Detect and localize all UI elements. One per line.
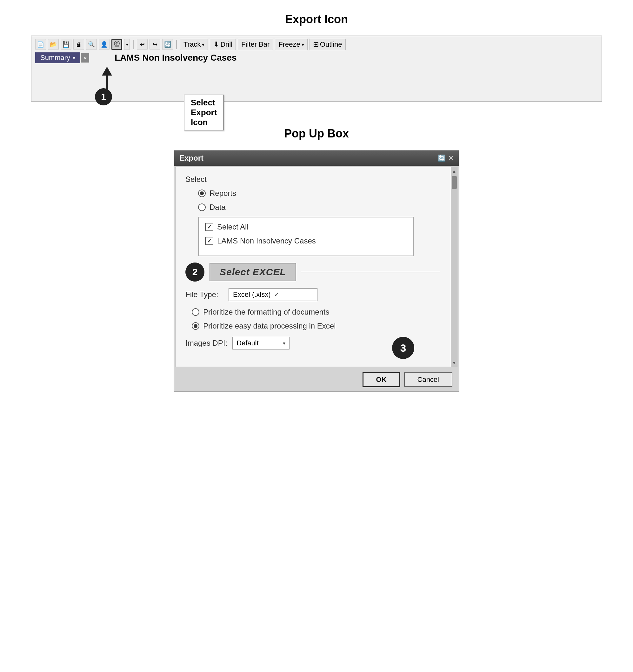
export-icon[interactable] (112, 39, 122, 50)
separator2 (176, 40, 177, 49)
section1-title: Export Icon (31, 13, 602, 26)
toolbar-row: 📄 📂 💾 🖨 🔍 👤 ▾ ↩ ↪ 🔄 (35, 39, 598, 50)
file-type-value: Excel (.xlsx) (233, 290, 272, 299)
dialog-title: Export (179, 154, 204, 163)
section2-title: Pop Up Box (31, 127, 602, 140)
outline-button[interactable]: ⊞ Outline (309, 39, 346, 50)
refresh-icon[interactable]: 🔄 (162, 39, 173, 50)
file-type-select[interactable]: Excel (.xlsx) ✓ (229, 288, 318, 301)
radio-easy-option[interactable]: Prioritize easy data processing in Excel (192, 321, 440, 331)
freeze-label: Freeze (278, 40, 300, 49)
new-file-icon[interactable]: 📄 (35, 39, 46, 50)
images-dpi-select[interactable]: Default ▾ (232, 337, 289, 350)
nav-row: Summary ▾ « LAMS Non Insolvency Cases (35, 52, 598, 64)
radio-format-circle[interactable] (192, 308, 200, 316)
export-icon-section: Export Icon 📄 📂 💾 🖨 🔍 👤 ▾ ↩ ↪ (31, 13, 602, 102)
outline-label: Outline (320, 40, 342, 49)
svg-rect-1 (115, 45, 119, 47)
radio-format-label: Prioritize the formatting of documents (203, 308, 329, 316)
images-dpi-label: Images DPI: (185, 339, 227, 347)
radio-reports-option[interactable]: Reports (198, 189, 440, 198)
separator1 (133, 40, 134, 49)
radio-reports-circle[interactable] (198, 190, 206, 197)
track-label: Track (184, 40, 201, 49)
toolbar-area: 📄 📂 💾 🖨 🔍 👤 ▾ ↩ ↪ 🔄 (31, 35, 602, 102)
close-dialog-icon[interactable]: ✕ (448, 154, 454, 162)
scrollbar-right[interactable]: ▲ ▼ (451, 167, 457, 367)
collapse-button[interactable]: « (81, 53, 89, 63)
export-dialog: Export 🔄 ✕ ▲ ▼ Select Reports (174, 150, 459, 392)
track-dropdown-icon: ▾ (202, 42, 205, 48)
dialog-titlebar-icons: 🔄 ✕ (438, 154, 454, 162)
checkbox-lams-label: LAMS Non Insolvency Cases (217, 237, 316, 245)
outline-icon: ⊞ (313, 40, 319, 49)
popup-section: Pop Up Box Export 🔄 ✕ ▲ ▼ Select (31, 127, 602, 392)
file-type-dropdown-icon: ✓ (274, 291, 313, 298)
ok-button[interactable]: OK (362, 372, 400, 387)
refresh-dialog-icon[interactable]: 🔄 (438, 154, 446, 162)
summary-chevron-icon: ▾ (73, 55, 75, 61)
arrow-up-icon (102, 67, 112, 75)
step2-annotation-row: 2 Select EXCEL (185, 263, 440, 282)
checkbox-select-all-item[interactable]: Select All (205, 222, 407, 232)
step1-callout: Select Export Icon (184, 95, 224, 130)
scroll-up-arrow-icon[interactable]: ▲ (452, 167, 456, 175)
radio-easy-label: Prioritize easy data processing in Excel (203, 321, 336, 331)
user-icon[interactable]: 👤 (99, 39, 110, 50)
step1-annotation (102, 67, 112, 91)
checkbox-lams-box[interactable] (205, 237, 213, 245)
dialog-footer: OK Cancel (174, 368, 459, 391)
track-button[interactable]: Track ▾ (180, 39, 208, 50)
filter-bar-label: Filter Bar (241, 40, 269, 49)
annotation-area: 1 Select Export Icon (35, 67, 598, 98)
step2-badge: 2 (185, 263, 205, 282)
divider-line (301, 272, 440, 272)
radio-easy-circle[interactable] (192, 322, 200, 330)
collapse-label: « (84, 55, 87, 61)
file-type-row: File Type: Excel (.xlsx) ✓ (185, 288, 440, 301)
checkbox-select-all-label: Select All (217, 222, 249, 232)
undo-icon[interactable]: ↩ (137, 39, 148, 50)
drill-icon: ⬇ (213, 40, 219, 49)
dropdown-arrow-icon[interactable]: ▾ (124, 39, 130, 50)
cancel-button[interactable]: Cancel (404, 373, 452, 387)
scroll-thumb[interactable] (452, 176, 457, 189)
file-type-label: File Type: (185, 290, 224, 299)
checkbox-lams-item[interactable]: LAMS Non Insolvency Cases (205, 237, 407, 245)
summary-label: Summary (40, 54, 70, 62)
drill-button[interactable]: ⬇ Drill (210, 39, 236, 50)
checkbox-select-all-box[interactable] (205, 223, 213, 231)
scroll-down-arrow-icon[interactable]: ▼ (452, 359, 456, 367)
step1-badge: 1 (95, 88, 112, 105)
freeze-button[interactable]: Freeze ▾ (275, 39, 307, 50)
radio-format-option[interactable]: Prioritize the formatting of documents (192, 308, 440, 316)
images-dpi-value: Default (236, 339, 259, 347)
select-label: Select (185, 175, 440, 184)
checkbox-list: Select All LAMS Non Insolvency Cases (198, 217, 414, 256)
print-icon[interactable]: 🖨 (73, 39, 84, 50)
freeze-dropdown-icon: ▾ (302, 42, 304, 48)
radio-data-circle[interactable] (198, 203, 206, 211)
radio-reports-label: Reports (210, 189, 236, 198)
excel-callout: Select EXCEL (210, 263, 296, 281)
dialog-body: ▲ ▼ Select Reports Data (175, 167, 458, 367)
save-icon[interactable]: 💾 (61, 39, 71, 50)
filter-bar-button[interactable]: Filter Bar (238, 39, 273, 50)
drill-label: Drill (220, 40, 232, 49)
dialog-titlebar: Export 🔄 ✕ (174, 150, 459, 166)
radio-data-label: Data (210, 203, 226, 212)
summary-button[interactable]: Summary ▾ (35, 52, 80, 63)
redo-icon[interactable]: ↪ (149, 39, 160, 50)
search-icon[interactable]: 🔍 (86, 39, 97, 50)
dpi-select-dropdown-icon: ▾ (283, 340, 285, 346)
open-icon[interactable]: 📂 (48, 39, 59, 50)
radio-data-option[interactable]: Data (198, 203, 440, 212)
report-title: LAMS Non Insolvency Cases (115, 53, 236, 63)
step3-badge: 3 (392, 337, 414, 359)
